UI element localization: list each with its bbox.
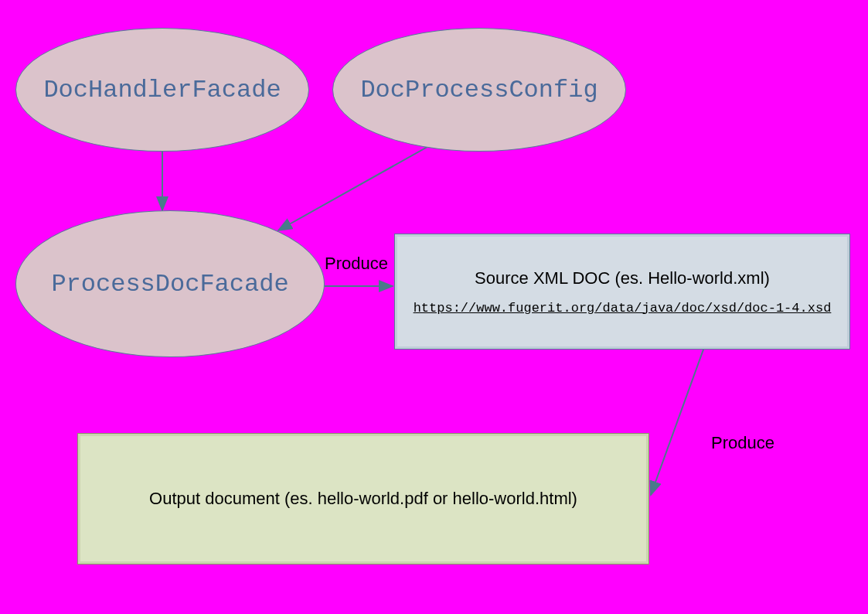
node-label: ProcessDocFacade [51,270,288,298]
node-source-xml-box: Source XML DOC (es. Hello-world.xml) htt… [394,234,850,350]
source-box-title: Source XML DOC (es. Hello-world.xml) [475,268,770,288]
node-label: DocHandlerFacade [43,76,281,104]
output-box-text: Output document (es. hello-world.pdf or … [149,489,577,509]
source-box-link[interactable]: https://www.fugerit.org/data/java/doc/xs… [414,301,832,316]
svg-line-2 [278,144,433,230]
node-label: DocProcessConfig [360,76,597,104]
node-doc-handler-facade: DocHandlerFacade [15,28,309,152]
node-output-document-box: Output document (es. hello-world.pdf or … [77,433,649,565]
edge-label-produce-1: Produce [325,254,388,274]
node-process-doc-facade: ProcessDocFacade [15,210,325,357]
svg-line-4 [651,350,703,495]
node-doc-process-config: DocProcessConfig [332,28,626,152]
edge-label-produce-2: Produce [711,433,774,453]
